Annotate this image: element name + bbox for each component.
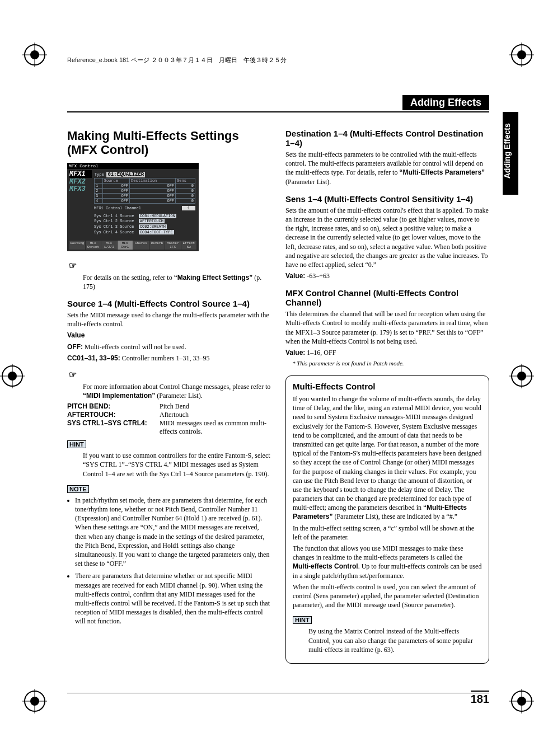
channel-value: 1 (182, 206, 195, 210)
source-para: Sets the MIDI message used to change the… (67, 311, 271, 328)
box-hint: By using the Matrix Control instead of t… (308, 627, 482, 654)
sens-value: Value: -63–+63 (285, 271, 489, 280)
ref-text: For details on the setting, refer to “Ma… (83, 273, 271, 291)
value-label: Value (67, 331, 85, 339)
reg-mark-bl (22, 689, 47, 713)
type-label: Type (95, 172, 104, 177)
reg-mark-ml (0, 364, 25, 388)
info-box: Multi-Effects Control If you wanted to c… (285, 375, 489, 664)
box-heading: Multi-Effects Control (293, 382, 482, 391)
screenshot-buttons: Routing MFX Struct MFX 1/2/3 MFX Ctrl Ch… (69, 241, 196, 250)
note-icon: NOTE (67, 485, 89, 493)
box-p1: If you wanted to change the volume of mu… (293, 395, 482, 522)
box-p4: When the multi-effects control is used, … (293, 583, 482, 610)
main-heading: Making Multi-Effects Settings (MFX Contr… (67, 129, 271, 157)
hint-icon: HINT (67, 440, 86, 448)
more-info: For more information about Control Chang… (83, 382, 271, 400)
dest-heading: Destination 1–4 (Multi-Effects Control D… (285, 129, 489, 148)
note-2: There are parameters that determine whet… (75, 571, 271, 626)
device-screenshot: MFX Control MFX1 Type 01:EQUALIZER MFX2 … (67, 163, 199, 251)
page-number: 181 (471, 691, 489, 706)
box-p3: The function that allows you use MIDI me… (293, 544, 482, 580)
row-after: AFTERTOUCH:Aftertouch (67, 411, 271, 419)
note-1: In patch/rhythm set mode, there are para… (75, 496, 271, 569)
chan-note: * This parameter is not found in Patch m… (292, 359, 489, 368)
row-sysctrl: SYS CTRL1–SYS CTRL4:MIDI messages used a… (67, 419, 271, 436)
off-line: OFF: Multi-effects control will not be u… (67, 342, 271, 351)
chan-value: Value: 1–16, OFF (285, 348, 489, 357)
sens-para: Sets the amount of the multi-effects con… (285, 206, 489, 269)
side-tab: Adding Effects (503, 112, 518, 195)
box-p2: In the multi-effect setting screen, a “c… (293, 524, 482, 542)
row-pitch: PITCH BEND:Pitch Bend (67, 402, 271, 411)
screenshot-table: Source Destination Sens 1OFFOFF0 2OFFOFF… (94, 178, 195, 204)
screenshot-titlebar: MFX Control (67, 163, 199, 169)
dest-para: Sets the multi-effects parameters to be … (285, 150, 489, 186)
content: Adding Effects Making Multi-Effects Sett… (67, 95, 489, 664)
mfx-tab-3: MFX3 (69, 185, 92, 193)
sens-heading: Sens 1–4 (Multi-Effects Control Sensitiv… (285, 194, 489, 204)
ref-icon-2: ☞ (67, 369, 78, 380)
left-column: Making Multi-Effects Settings (MFX Contr… (67, 129, 271, 664)
mfx-tab-1: MFX1 (69, 170, 92, 178)
chan-heading: MFX Control Channel (Multi-Effects Contr… (285, 288, 489, 307)
reg-mark-tr (509, 43, 534, 67)
chan-para: This determines the channel that will be… (285, 309, 489, 346)
box-hint-icon: HINT (293, 616, 312, 624)
hint-text: If you want to use common controllers fo… (83, 451, 271, 478)
source-heading: Source 1–4 (Multi-Effects Control Source… (67, 299, 271, 308)
mfx-tab-2: MFX2 (69, 178, 92, 186)
cc-line: CC01–31, 33–95: Controller numbers 1–31,… (67, 354, 271, 363)
type-value: 01:EQUALIZER (106, 172, 145, 177)
header-title: Adding Effects (402, 95, 489, 110)
page-rule (67, 693, 489, 693)
reg-mark-mr (509, 364, 534, 388)
ref-icon: ☞ (67, 260, 78, 271)
right-column: Destination 1–4 (Multi-Effects Control D… (285, 129, 489, 664)
header-bar: Adding Effects (67, 95, 489, 112)
reg-mark-br (509, 689, 534, 713)
channel-label: MFX1 Control Channel (94, 206, 141, 210)
note-list: In patch/rhythm set mode, there are para… (75, 496, 271, 626)
reg-mark-tl (22, 43, 47, 67)
meta-line: Reference_e.book 181 ページ ２００３年７月１４日 月曜日 … (67, 56, 287, 64)
